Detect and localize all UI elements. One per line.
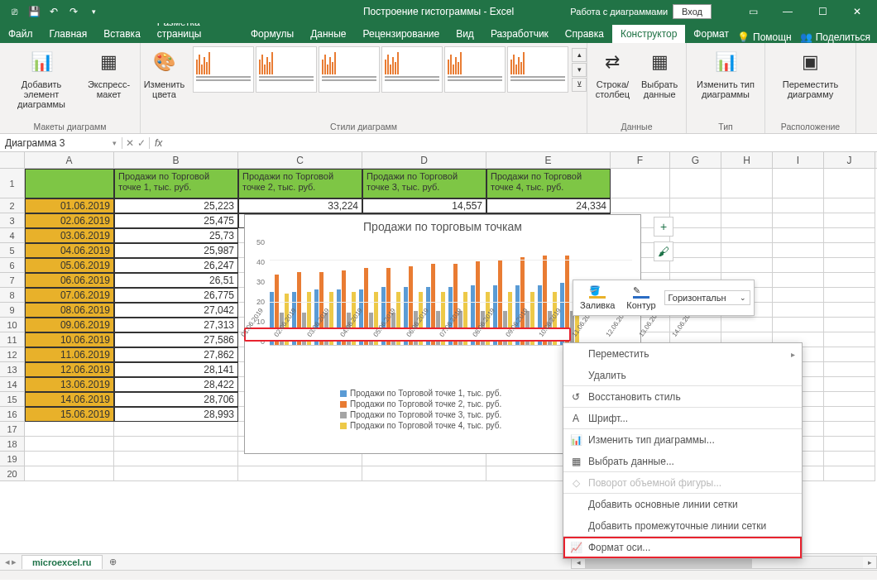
row-header[interactable]: 13 xyxy=(0,362,25,377)
cell[interactable] xyxy=(824,377,875,392)
fx-label[interactable]: fx xyxy=(150,137,167,149)
cell[interactable] xyxy=(824,437,875,452)
tell-me-search[interactable]: 💡Помощн xyxy=(737,31,792,43)
cell[interactable]: 05.06.2019 xyxy=(25,258,114,273)
cell[interactable]: 14,557 xyxy=(362,198,486,213)
row-header[interactable]: 14 xyxy=(0,377,25,392)
cell[interactable] xyxy=(824,362,875,377)
cell[interactable] xyxy=(721,169,773,198)
cell[interactable] xyxy=(824,332,875,347)
tab-formulas[interactable]: Формулы xyxy=(242,25,302,43)
switch-row-column-button[interactable]: ⇄Строка/столбец xyxy=(592,46,633,101)
axis-select-dropdown[interactable]: Горизонтальн⌄ xyxy=(664,290,750,305)
cell[interactable]: 26,51 xyxy=(114,273,238,288)
gallery-down-icon[interactable]: ▾ xyxy=(572,63,587,77)
row-header[interactable]: 4 xyxy=(0,228,25,243)
sheet-nav-prev-icon[interactable]: ◂ xyxy=(5,557,10,567)
cell[interactable]: 02.06.2019 xyxy=(25,213,114,228)
col-header[interactable]: A xyxy=(25,152,114,168)
cell[interactable]: Продажи по Торговой точке 1, тыс. руб. xyxy=(114,169,238,198)
cell[interactable]: 25,475 xyxy=(114,213,238,228)
cell[interactable] xyxy=(773,288,824,303)
cell[interactable] xyxy=(25,452,114,466)
cell[interactable]: 09.06.2019 xyxy=(25,318,114,332)
cell[interactable] xyxy=(824,243,875,258)
ctx-font[interactable]: AШрифт... xyxy=(563,408,802,429)
col-header[interactable]: E xyxy=(486,152,611,168)
cell[interactable] xyxy=(25,422,114,437)
cell[interactable] xyxy=(611,169,670,198)
cell[interactable]: 15.06.2019 xyxy=(25,407,114,422)
cell[interactable] xyxy=(824,213,875,228)
row-header[interactable]: 12 xyxy=(0,347,25,362)
row-header[interactable]: 2 xyxy=(0,198,25,213)
cell[interactable]: 01.06.2019 xyxy=(25,198,114,213)
cell[interactable] xyxy=(824,347,875,362)
cell[interactable]: 13.06.2019 xyxy=(25,377,114,392)
ctx-change-chart-type[interactable]: 📊Изменить тип диаграммы... xyxy=(563,429,802,451)
cell[interactable] xyxy=(25,466,114,481)
row-header[interactable]: 17 xyxy=(0,422,25,437)
move-chart-button[interactable]: ▣Переместить диаграмму xyxy=(774,46,847,101)
select-all-corner[interactable] xyxy=(0,152,25,168)
cell[interactable] xyxy=(773,243,824,258)
chart-style-thumb[interactable] xyxy=(444,46,506,93)
save-icon[interactable]: 💾 xyxy=(25,2,43,21)
tab-developer[interactable]: Разработчик xyxy=(482,25,557,43)
col-header[interactable]: D xyxy=(362,152,486,168)
sheet-tab[interactable]: microexcel.ru xyxy=(22,555,103,569)
cell[interactable] xyxy=(824,198,875,213)
cell[interactable] xyxy=(721,258,773,273)
ctx-format-axis[interactable]: 📈Формат оси... xyxy=(563,537,802,558)
minimize-icon[interactable]: — xyxy=(771,0,804,23)
ctx-delete[interactable]: Удалить xyxy=(563,365,802,386)
cell[interactable] xyxy=(721,318,773,332)
cell[interactable] xyxy=(773,273,824,288)
tab-data[interactable]: Данные xyxy=(302,25,354,43)
cell[interactable]: 28,422 xyxy=(114,377,238,392)
cell[interactable] xyxy=(114,452,238,466)
outline-dropdown[interactable]: ✎Контур xyxy=(623,284,659,312)
cell[interactable] xyxy=(670,169,721,198)
cell[interactable]: 28,141 xyxy=(114,362,238,377)
cell[interactable] xyxy=(824,303,875,318)
cell[interactable] xyxy=(824,392,875,407)
row-header[interactable]: 9 xyxy=(0,303,25,318)
cell[interactable] xyxy=(773,258,824,273)
quick-layout-button[interactable]: ▦Экспресс-макет xyxy=(83,46,135,101)
cell[interactable] xyxy=(773,303,824,318)
gallery-up-icon[interactable]: ▴ xyxy=(572,48,587,62)
cell[interactable]: 27,313 xyxy=(114,318,238,332)
qat-dropdown-icon[interactable]: ▾ xyxy=(84,2,103,21)
col-header[interactable]: I xyxy=(773,152,824,168)
cell[interactable]: 14.06.2019 xyxy=(25,392,114,407)
select-data-button[interactable]: ▦Выбрать данные xyxy=(638,46,681,101)
cell[interactable] xyxy=(824,273,875,288)
cell[interactable] xyxy=(670,213,721,228)
cell[interactable] xyxy=(670,258,721,273)
close-icon[interactable]: ✕ xyxy=(841,0,874,23)
sheet-nav-next-icon[interactable]: ▸ xyxy=(12,557,17,567)
col-header[interactable]: B xyxy=(114,152,238,168)
cell[interactable]: 28,993 xyxy=(114,407,238,422)
col-header[interactable]: F xyxy=(611,152,670,168)
ctx-major-gridlines[interactable]: Добавить основные линии сетки xyxy=(563,494,802,515)
chart-styles-brush-icon[interactable]: 🖌 xyxy=(654,241,673,261)
cell[interactable]: 25,987 xyxy=(114,243,238,258)
cell[interactable]: 26,247 xyxy=(114,258,238,273)
cell[interactable] xyxy=(773,213,824,228)
cell[interactable] xyxy=(824,422,875,437)
change-chart-type-button[interactable]: 📊Изменить тип диаграммы xyxy=(692,46,760,101)
worksheet-grid[interactable]: A B C D E F G H I J 1 Продажи по Торгово… xyxy=(0,152,877,580)
chart-title[interactable]: Продажи по торговым точкам xyxy=(245,215,640,238)
row-header[interactable]: 10 xyxy=(0,318,25,332)
cell[interactable] xyxy=(773,318,824,332)
cell[interactable] xyxy=(670,243,721,258)
cell[interactable]: 27,862 xyxy=(114,347,238,362)
cell[interactable]: 03.06.2019 xyxy=(25,228,114,243)
scroll-left-icon[interactable]: ◂ xyxy=(572,558,585,566)
col-header[interactable]: C xyxy=(238,152,362,168)
col-header[interactable]: G xyxy=(670,152,721,168)
cell[interactable]: Продажи по Торговой точке 4, тыс. руб. xyxy=(486,169,611,198)
ribbon-options-icon[interactable]: ▭ xyxy=(736,0,769,23)
